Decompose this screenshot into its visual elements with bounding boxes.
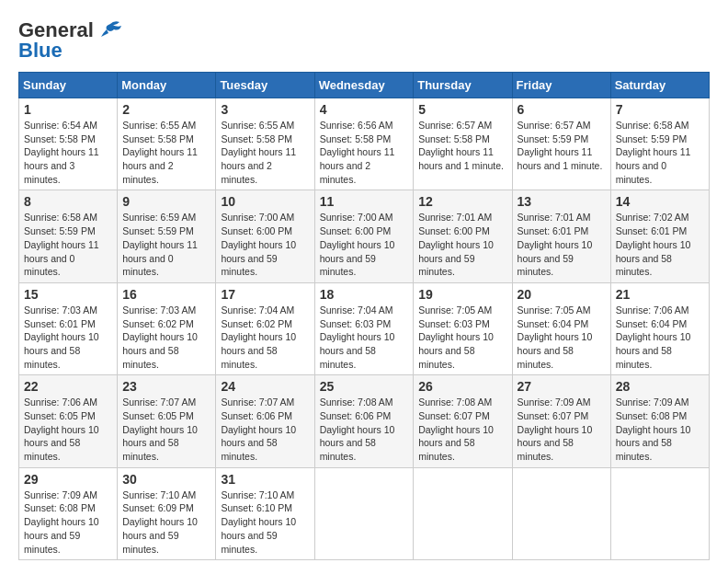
- calendar-cell: 20 Sunrise: 7:05 AM Sunset: 6:04 PM Dayl…: [512, 282, 610, 374]
- day-info: Sunrise: 6:55 AM Sunset: 5:58 PM Dayligh…: [122, 119, 210, 186]
- day-number: 16: [122, 287, 210, 302]
- calendar-cell: 25 Sunrise: 7:08 AM Sunset: 6:06 PM Dayl…: [314, 375, 414, 467]
- calendar-cell: 31 Sunrise: 7:10 AM Sunset: 6:10 PM Dayl…: [216, 467, 314, 559]
- day-info: Sunrise: 7:04 AM Sunset: 6:03 PM Dayligh…: [320, 304, 409, 371]
- calendar-cell: 26 Sunrise: 7:08 AM Sunset: 6:07 PM Dayl…: [414, 375, 512, 467]
- logo-bird-icon: [97, 20, 123, 40]
- day-number: 10: [221, 194, 309, 209]
- calendar-cell: 15 Sunrise: 7:03 AM Sunset: 6:01 PM Dayl…: [19, 282, 118, 374]
- day-info: Sunrise: 6:54 AM Sunset: 5:58 PM Dayligh…: [24, 119, 112, 186]
- day-info: Sunrise: 7:08 AM Sunset: 6:07 PM Dayligh…: [418, 396, 506, 463]
- calendar-week-row: 8 Sunrise: 6:58 AM Sunset: 5:59 PM Dayli…: [19, 190, 710, 282]
- day-info: Sunrise: 6:57 AM Sunset: 5:58 PM Dayligh…: [418, 119, 506, 173]
- day-number: 15: [24, 287, 112, 302]
- header-monday: Monday: [118, 73, 216, 98]
- day-info: Sunrise: 6:58 AM Sunset: 5:59 PM Dayligh…: [616, 119, 704, 186]
- day-number: 25: [320, 379, 409, 394]
- calendar-cell: 16 Sunrise: 7:03 AM Sunset: 6:02 PM Dayl…: [118, 282, 216, 374]
- day-info: Sunrise: 6:59 AM Sunset: 5:59 PM Dayligh…: [122, 211, 210, 278]
- calendar-cell: 4 Sunrise: 6:56 AM Sunset: 5:58 PM Dayli…: [314, 98, 414, 190]
- calendar-cell: [314, 467, 414, 559]
- calendar-week-row: 22 Sunrise: 7:06 AM Sunset: 6:05 PM Dayl…: [19, 375, 710, 467]
- day-number: 28: [616, 379, 704, 394]
- day-number: 17: [221, 287, 309, 302]
- day-number: 13: [518, 194, 606, 209]
- calendar-cell: 19 Sunrise: 7:05 AM Sunset: 6:03 PM Dayl…: [414, 282, 512, 374]
- day-info: Sunrise: 7:08 AM Sunset: 6:06 PM Dayligh…: [320, 396, 409, 463]
- day-info: Sunrise: 6:55 AM Sunset: 5:58 PM Dayligh…: [221, 119, 309, 186]
- calendar-cell: 12 Sunrise: 7:01 AM Sunset: 6:00 PM Dayl…: [414, 190, 512, 282]
- day-number: 5: [418, 102, 506, 117]
- day-number: 19: [418, 287, 506, 302]
- calendar-cell: [512, 467, 610, 559]
- calendar-cell: 28 Sunrise: 7:09 AM Sunset: 6:08 PM Dayl…: [610, 375, 709, 467]
- calendar-week-row: 15 Sunrise: 7:03 AM Sunset: 6:01 PM Dayl…: [19, 282, 710, 374]
- day-info: Sunrise: 7:06 AM Sunset: 6:05 PM Dayligh…: [24, 396, 112, 463]
- calendar-cell: 18 Sunrise: 7:04 AM Sunset: 6:03 PM Dayl…: [314, 282, 414, 374]
- day-number: 1: [24, 102, 112, 117]
- day-number: 24: [221, 379, 309, 394]
- header-friday: Friday: [512, 73, 610, 98]
- day-number: 3: [221, 102, 309, 117]
- calendar-header-row: SundayMondayTuesdayWednesdayThursdayFrid…: [19, 73, 710, 98]
- calendar-cell: 30 Sunrise: 7:10 AM Sunset: 6:09 PM Dayl…: [118, 467, 216, 559]
- header-sunday: Sunday: [19, 73, 118, 98]
- day-info: Sunrise: 6:57 AM Sunset: 5:59 PM Dayligh…: [518, 119, 606, 173]
- day-number: 21: [616, 287, 704, 302]
- calendar-cell: 24 Sunrise: 7:07 AM Sunset: 6:06 PM Dayl…: [216, 375, 314, 467]
- calendar-table: SundayMondayTuesdayWednesdayThursdayFrid…: [18, 72, 710, 560]
- day-info: Sunrise: 7:09 AM Sunset: 6:08 PM Dayligh…: [616, 396, 704, 463]
- calendar-cell: 17 Sunrise: 7:04 AM Sunset: 6:02 PM Dayl…: [216, 282, 314, 374]
- calendar-cell: 27 Sunrise: 7:09 AM Sunset: 6:07 PM Dayl…: [512, 375, 610, 467]
- calendar-cell: [610, 467, 709, 559]
- day-number: 18: [320, 287, 409, 302]
- calendar-cell: 23 Sunrise: 7:07 AM Sunset: 6:05 PM Dayl…: [118, 375, 216, 467]
- calendar-cell: 10 Sunrise: 7:00 AM Sunset: 6:00 PM Dayl…: [216, 190, 314, 282]
- day-number: 20: [518, 287, 606, 302]
- calendar-cell: 22 Sunrise: 7:06 AM Sunset: 6:05 PM Dayl…: [19, 375, 118, 467]
- day-info: Sunrise: 7:06 AM Sunset: 6:04 PM Dayligh…: [616, 304, 704, 371]
- day-number: 29: [24, 472, 112, 487]
- day-info: Sunrise: 6:56 AM Sunset: 5:58 PM Dayligh…: [320, 119, 409, 186]
- day-info: Sunrise: 7:03 AM Sunset: 6:01 PM Dayligh…: [24, 304, 112, 371]
- day-number: 31: [221, 472, 309, 487]
- page-header: General Blue: [18, 18, 710, 63]
- header-tuesday: Tuesday: [216, 73, 314, 98]
- day-info: Sunrise: 7:02 AM Sunset: 6:01 PM Dayligh…: [616, 211, 704, 278]
- header-thursday: Thursday: [414, 73, 512, 98]
- header-saturday: Saturday: [610, 73, 709, 98]
- day-info: Sunrise: 7:04 AM Sunset: 6:02 PM Dayligh…: [221, 304, 309, 371]
- calendar-cell: 1 Sunrise: 6:54 AM Sunset: 5:58 PM Dayli…: [19, 98, 118, 190]
- day-number: 12: [418, 194, 506, 209]
- day-info: Sunrise: 7:09 AM Sunset: 6:08 PM Dayligh…: [24, 488, 112, 556]
- day-number: 2: [122, 102, 210, 117]
- day-number: 26: [418, 379, 506, 394]
- calendar-cell: 11 Sunrise: 7:00 AM Sunset: 6:00 PM Dayl…: [314, 190, 414, 282]
- calendar-cell: 5 Sunrise: 6:57 AM Sunset: 5:58 PM Dayli…: [414, 98, 512, 190]
- day-number: 11: [320, 194, 409, 209]
- day-info: Sunrise: 7:05 AM Sunset: 6:03 PM Dayligh…: [418, 304, 506, 371]
- day-number: 27: [518, 379, 606, 394]
- calendar-cell: 9 Sunrise: 6:59 AM Sunset: 5:59 PM Dayli…: [118, 190, 216, 282]
- day-info: Sunrise: 7:03 AM Sunset: 6:02 PM Dayligh…: [122, 304, 210, 371]
- day-info: Sunrise: 7:01 AM Sunset: 6:00 PM Dayligh…: [418, 211, 506, 278]
- day-number: 8: [24, 194, 112, 209]
- calendar-cell: 2 Sunrise: 6:55 AM Sunset: 5:58 PM Dayli…: [118, 98, 216, 190]
- calendar-cell: 29 Sunrise: 7:09 AM Sunset: 6:08 PM Dayl…: [19, 467, 118, 559]
- logo-text-blue: Blue: [18, 39, 63, 63]
- calendar-cell: 8 Sunrise: 6:58 AM Sunset: 5:59 PM Dayli…: [19, 190, 118, 282]
- day-info: Sunrise: 7:07 AM Sunset: 6:06 PM Dayligh…: [221, 396, 309, 463]
- calendar-cell: 14 Sunrise: 7:02 AM Sunset: 6:01 PM Dayl…: [610, 190, 709, 282]
- day-number: 22: [24, 379, 112, 394]
- day-number: 6: [518, 102, 606, 117]
- day-info: Sunrise: 7:07 AM Sunset: 6:05 PM Dayligh…: [122, 396, 210, 463]
- day-info: Sunrise: 6:58 AM Sunset: 5:59 PM Dayligh…: [24, 211, 112, 278]
- calendar-cell: 21 Sunrise: 7:06 AM Sunset: 6:04 PM Dayl…: [610, 282, 709, 374]
- logo: General Blue: [18, 18, 123, 63]
- day-info: Sunrise: 7:00 AM Sunset: 6:00 PM Dayligh…: [221, 211, 309, 278]
- day-info: Sunrise: 7:00 AM Sunset: 6:00 PM Dayligh…: [320, 211, 409, 278]
- day-number: 4: [320, 102, 409, 117]
- day-number: 7: [616, 102, 704, 117]
- day-number: 23: [122, 379, 210, 394]
- calendar-cell: 7 Sunrise: 6:58 AM Sunset: 5:59 PM Dayli…: [610, 98, 709, 190]
